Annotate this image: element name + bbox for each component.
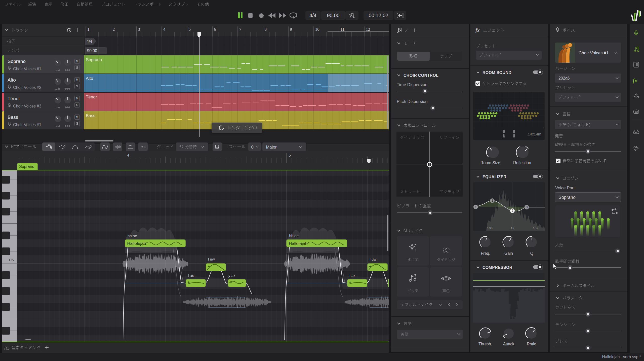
svg-text:1: 1 <box>492 199 493 202</box>
svg-text:2: 2 <box>512 209 513 212</box>
svg-text:3: 3 <box>526 205 528 209</box>
